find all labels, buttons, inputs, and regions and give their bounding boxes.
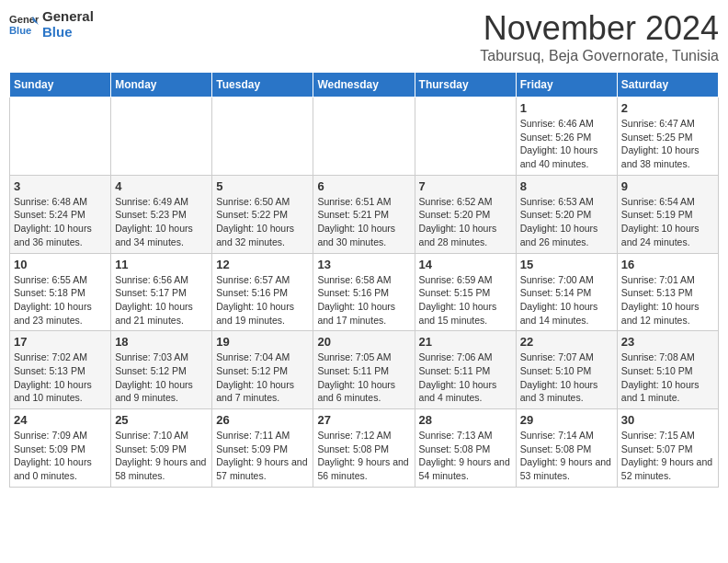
calendar-cell: 18Sunrise: 7:03 AM Sunset: 5:12 PM Dayli… (111, 331, 212, 409)
day-number: 23 (621, 335, 714, 349)
calendar-cell (313, 98, 415, 176)
day-number: 29 (520, 413, 613, 427)
day-number: 2 (621, 101, 714, 115)
day-number: 11 (115, 258, 208, 271)
logo-general: General (42, 9, 94, 25)
day-number: 15 (520, 258, 613, 271)
day-number: 17 (14, 335, 107, 349)
day-number: 30 (621, 413, 714, 427)
day-info: Sunrise: 7:00 AM Sunset: 5:14 PM Dayligh… (520, 273, 613, 327)
calendar-week-row: 10Sunrise: 6:55 AM Sunset: 5:18 PM Dayli… (10, 253, 719, 331)
day-number: 3 (14, 179, 107, 193)
day-info: Sunrise: 7:07 AM Sunset: 5:10 PM Dayligh… (520, 350, 613, 405)
day-info: Sunrise: 7:03 AM Sunset: 5:12 PM Dayligh… (115, 350, 208, 405)
day-number: 8 (520, 179, 613, 193)
calendar-cell (212, 98, 313, 176)
day-number: 9 (621, 179, 714, 193)
calendar-cell: 2Sunrise: 6:47 AM Sunset: 5:25 PM Daylig… (617, 98, 718, 176)
weekday-header: Saturday (617, 73, 718, 98)
day-number: 19 (216, 335, 309, 349)
day-info: Sunrise: 6:51 AM Sunset: 5:21 PM Dayligh… (317, 195, 410, 249)
calendar-cell: 14Sunrise: 6:59 AM Sunset: 5:15 PM Dayli… (415, 253, 516, 331)
logo-blue: Blue (42, 25, 94, 40)
calendar-cell: 22Sunrise: 7:07 AM Sunset: 5:10 PM Dayli… (516, 331, 617, 409)
calendar-header-row: SundayMondayTuesdayWednesdayThursdayFrid… (10, 73, 719, 98)
day-number: 10 (14, 258, 107, 271)
day-info: Sunrise: 7:06 AM Sunset: 5:11 PM Dayligh… (419, 350, 512, 405)
weekday-header: Tuesday (212, 73, 313, 98)
day-info: Sunrise: 6:58 AM Sunset: 5:16 PM Dayligh… (317, 273, 410, 327)
location-subtitle: Tabursuq, Beja Governorate, Tunisia (480, 48, 719, 64)
day-number: 21 (419, 335, 512, 349)
calendar-cell: 13Sunrise: 6:58 AM Sunset: 5:16 PM Dayli… (313, 253, 415, 331)
calendar-cell: 11Sunrise: 6:56 AM Sunset: 5:17 PM Dayli… (111, 253, 212, 331)
day-number: 24 (14, 413, 107, 427)
day-number: 26 (216, 413, 309, 427)
day-info: Sunrise: 7:02 AM Sunset: 5:13 PM Dayligh… (14, 350, 107, 405)
logo: General Blue General Blue (9, 9, 94, 40)
day-number: 6 (317, 179, 410, 193)
calendar-week-row: 1Sunrise: 6:46 AM Sunset: 5:26 PM Daylig… (10, 98, 719, 176)
calendar-cell: 28Sunrise: 7:13 AM Sunset: 5:08 PM Dayli… (415, 409, 516, 488)
title-block: November 2024 Tabursuq, Beja Governorate… (480, 9, 719, 64)
calendar-cell (10, 98, 111, 176)
day-number: 4 (115, 179, 208, 193)
day-info: Sunrise: 6:56 AM Sunset: 5:17 PM Dayligh… (115, 273, 208, 327)
day-info: Sunrise: 7:15 AM Sunset: 5:07 PM Dayligh… (621, 429, 714, 483)
day-info: Sunrise: 7:09 AM Sunset: 5:09 PM Dayligh… (14, 429, 107, 483)
day-info: Sunrise: 7:01 AM Sunset: 5:13 PM Dayligh… (621, 273, 714, 327)
day-number: 22 (520, 335, 613, 349)
day-number: 28 (419, 413, 512, 427)
logo-icon: General Blue (9, 10, 39, 40)
day-info: Sunrise: 6:48 AM Sunset: 5:24 PM Dayligh… (14, 195, 107, 249)
day-info: Sunrise: 6:57 AM Sunset: 5:16 PM Dayligh… (216, 273, 309, 327)
calendar-cell: 17Sunrise: 7:02 AM Sunset: 5:13 PM Dayli… (10, 331, 111, 409)
calendar-cell: 24Sunrise: 7:09 AM Sunset: 5:09 PM Dayli… (10, 409, 111, 488)
calendar-cell: 9Sunrise: 6:54 AM Sunset: 5:19 PM Daylig… (617, 175, 718, 253)
calendar-week-row: 3Sunrise: 6:48 AM Sunset: 5:24 PM Daylig… (10, 175, 719, 253)
calendar-cell: 1Sunrise: 6:46 AM Sunset: 5:26 PM Daylig… (516, 98, 617, 176)
day-number: 12 (216, 258, 309, 271)
calendar-cell: 7Sunrise: 6:52 AM Sunset: 5:20 PM Daylig… (415, 175, 516, 253)
calendar-cell: 3Sunrise: 6:48 AM Sunset: 5:24 PM Daylig… (10, 175, 111, 253)
day-info: Sunrise: 6:49 AM Sunset: 5:23 PM Dayligh… (115, 195, 208, 249)
calendar-cell: 27Sunrise: 7:12 AM Sunset: 5:08 PM Dayli… (313, 409, 415, 488)
calendar-table: SundayMondayTuesdayWednesdayThursdayFrid… (9, 72, 719, 488)
day-info: Sunrise: 6:50 AM Sunset: 5:22 PM Dayligh… (216, 195, 309, 249)
day-info: Sunrise: 6:47 AM Sunset: 5:25 PM Dayligh… (621, 117, 714, 171)
weekday-header: Wednesday (313, 73, 415, 98)
day-info: Sunrise: 7:10 AM Sunset: 5:09 PM Dayligh… (115, 429, 208, 483)
calendar-cell: 25Sunrise: 7:10 AM Sunset: 5:09 PM Dayli… (111, 409, 212, 488)
calendar-cell: 6Sunrise: 6:51 AM Sunset: 5:21 PM Daylig… (313, 175, 415, 253)
calendar-cell: 20Sunrise: 7:05 AM Sunset: 5:11 PM Dayli… (313, 331, 415, 409)
calendar-cell: 12Sunrise: 6:57 AM Sunset: 5:16 PM Dayli… (212, 253, 313, 331)
day-info: Sunrise: 7:11 AM Sunset: 5:09 PM Dayligh… (216, 429, 309, 483)
calendar-cell: 15Sunrise: 7:00 AM Sunset: 5:14 PM Dayli… (516, 253, 617, 331)
month-title: November 2024 (480, 9, 719, 48)
day-info: Sunrise: 6:54 AM Sunset: 5:19 PM Dayligh… (621, 195, 714, 249)
calendar-cell: 30Sunrise: 7:15 AM Sunset: 5:07 PM Dayli… (617, 409, 718, 488)
day-number: 18 (115, 335, 208, 349)
day-info: Sunrise: 6:52 AM Sunset: 5:20 PM Dayligh… (419, 195, 512, 249)
calendar-cell: 4Sunrise: 6:49 AM Sunset: 5:23 PM Daylig… (111, 175, 212, 253)
day-info: Sunrise: 7:08 AM Sunset: 5:10 PM Dayligh… (621, 350, 714, 405)
day-number: 20 (317, 335, 410, 349)
day-info: Sunrise: 7:14 AM Sunset: 5:08 PM Dayligh… (520, 429, 613, 483)
day-info: Sunrise: 7:05 AM Sunset: 5:11 PM Dayligh… (317, 350, 410, 405)
day-info: Sunrise: 6:59 AM Sunset: 5:15 PM Dayligh… (419, 273, 512, 327)
day-number: 25 (115, 413, 208, 427)
calendar-cell: 21Sunrise: 7:06 AM Sunset: 5:11 PM Dayli… (415, 331, 516, 409)
day-number: 14 (419, 258, 512, 271)
calendar-cell: 5Sunrise: 6:50 AM Sunset: 5:22 PM Daylig… (212, 175, 313, 253)
calendar-cell: 23Sunrise: 7:08 AM Sunset: 5:10 PM Dayli… (617, 331, 718, 409)
weekday-header: Monday (111, 73, 212, 98)
weekday-header: Sunday (10, 73, 111, 98)
svg-text:Blue: Blue (9, 25, 31, 36)
day-info: Sunrise: 6:55 AM Sunset: 5:18 PM Dayligh… (14, 273, 107, 327)
calendar-cell: 8Sunrise: 6:53 AM Sunset: 5:20 PM Daylig… (516, 175, 617, 253)
page-header: General Blue General Blue November 2024 … (9, 9, 719, 64)
day-number: 13 (317, 258, 410, 271)
day-number: 5 (216, 179, 309, 193)
calendar-cell: 29Sunrise: 7:14 AM Sunset: 5:08 PM Dayli… (516, 409, 617, 488)
calendar-week-row: 17Sunrise: 7:02 AM Sunset: 5:13 PM Dayli… (10, 331, 719, 409)
